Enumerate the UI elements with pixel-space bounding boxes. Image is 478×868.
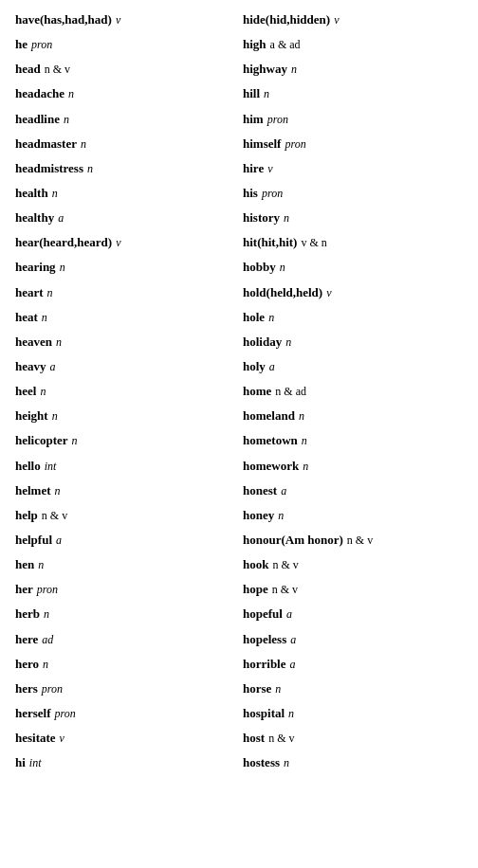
headword: hers <box>15 679 38 698</box>
part-of-speech: n <box>278 507 284 525</box>
part-of-speech: n <box>44 606 49 624</box>
list-item: heron <box>11 652 239 677</box>
part-of-speech: pron <box>37 581 58 599</box>
list-item: healthya <box>11 206 239 230</box>
list-item: homelandn <box>239 404 467 428</box>
list-item: hopefula <box>239 602 467 626</box>
list-item: heavenn <box>11 330 239 354</box>
list-item: hearingn <box>11 255 239 280</box>
list-item: hopen & v <box>239 577 467 602</box>
part-of-speech: pron <box>267 111 288 129</box>
part-of-speech: n <box>284 209 289 227</box>
part-of-speech: n <box>55 482 61 500</box>
headword: hit(hit,hit) <box>243 233 297 252</box>
part-of-speech: n <box>52 185 58 203</box>
list-item: homen & ad <box>239 379 467 404</box>
part-of-speech: int <box>45 458 57 476</box>
list-item: have(has,had,had)v <box>11 8 239 32</box>
list-item: heartn <box>11 280 239 305</box>
part-of-speech: n <box>288 705 294 723</box>
part-of-speech: a <box>281 482 286 500</box>
headword: headmistress <box>15 159 83 178</box>
list-item: horsen <box>239 677 467 701</box>
part-of-speech: pron <box>285 136 305 154</box>
left-column: have(has,had,had)vhepronheadn & vheadach… <box>11 8 239 775</box>
list-item: homeworkn <box>239 454 467 479</box>
headword: heart <box>15 283 44 302</box>
list-item: hiint <box>11 750 239 775</box>
headword: hello <box>15 457 41 476</box>
list-item: hometownn <box>239 428 467 453</box>
headword: honour(Am honor) <box>243 531 343 550</box>
list-item: hit(hit,hit)v & n <box>239 230 467 255</box>
headword: hopeless <box>243 630 286 649</box>
headword: head <box>15 60 41 79</box>
headword: hometown <box>243 431 298 450</box>
part-of-speech: a & ad <box>270 36 301 54</box>
list-item: hilln <box>239 81 467 106</box>
right-column: hide(hid,hidden)vhigha & adhighwaynhilln… <box>239 8 467 775</box>
list-item: headn & v <box>11 57 239 81</box>
headword: helpful <box>15 531 52 550</box>
part-of-speech: n <box>43 656 48 674</box>
part-of-speech: n <box>38 556 44 574</box>
headword: helmet <box>15 481 51 500</box>
part-of-speech: a <box>56 532 62 550</box>
part-of-speech: n <box>81 136 86 154</box>
list-item: holidayn <box>239 330 467 354</box>
part-of-speech: n <box>275 680 281 698</box>
part-of-speech: n & v <box>347 532 373 550</box>
list-item: honour(Am honor)n & v <box>239 528 467 552</box>
headword: headache <box>15 84 64 103</box>
list-item: herspron <box>11 677 239 701</box>
list-item: honesta <box>239 479 467 503</box>
part-of-speech: n <box>40 383 46 401</box>
headword: homeland <box>243 407 295 425</box>
part-of-speech: a <box>290 631 296 649</box>
headword: hospital <box>243 704 285 723</box>
headword: horrible <box>243 655 286 674</box>
part-of-speech: n <box>87 160 93 178</box>
headword: heat <box>15 308 38 327</box>
list-item: heatn <box>11 305 239 330</box>
part-of-speech: a <box>290 656 296 674</box>
part-of-speech: n & v <box>42 507 67 525</box>
part-of-speech: n <box>47 284 53 302</box>
list-item: hide(hid,hidden)v <box>239 8 467 32</box>
headword: herb <box>15 605 40 624</box>
headword: healthy <box>15 208 54 227</box>
headword: hook <box>243 555 268 574</box>
list-item: helpn & v <box>11 503 239 528</box>
headword: hole <box>243 308 265 327</box>
list-item: headachen <box>11 81 239 106</box>
part-of-speech: n & v <box>272 556 298 574</box>
part-of-speech: v <box>267 160 272 178</box>
headword: holiday <box>243 333 282 352</box>
headword: headmaster <box>15 135 77 154</box>
part-of-speech: n <box>284 754 289 772</box>
list-item: hesitatev <box>11 726 239 750</box>
list-item: heavya <box>11 354 239 379</box>
part-of-speech: n <box>60 259 65 277</box>
headword: have(has,had,had) <box>15 10 112 29</box>
list-item: horriblea <box>239 652 467 677</box>
list-item: heread <box>11 627 239 652</box>
part-of-speech: ad <box>42 631 53 649</box>
headword: hesitate <box>15 729 56 748</box>
part-of-speech: a <box>58 209 64 227</box>
part-of-speech: a <box>269 358 275 376</box>
two-column-layout: have(has,had,had)vhepronheadn & vheadach… <box>11 8 467 775</box>
part-of-speech: v & n <box>301 234 326 252</box>
headword: hi <box>15 753 26 772</box>
headword: help <box>15 506 38 525</box>
list-item: holya <box>239 354 467 379</box>
headword: headline <box>15 110 60 129</box>
list-item: hookn & v <box>239 552 467 577</box>
list-item: headmistressn <box>11 156 239 181</box>
part-of-speech: n & v <box>268 730 294 748</box>
headword: hill <box>243 84 260 103</box>
headword: hide(hid,hidden) <box>243 10 330 29</box>
part-of-speech: n & ad <box>275 383 306 401</box>
list-item: hepron <box>11 32 239 57</box>
list-item: hold(held,held)v <box>239 280 467 305</box>
